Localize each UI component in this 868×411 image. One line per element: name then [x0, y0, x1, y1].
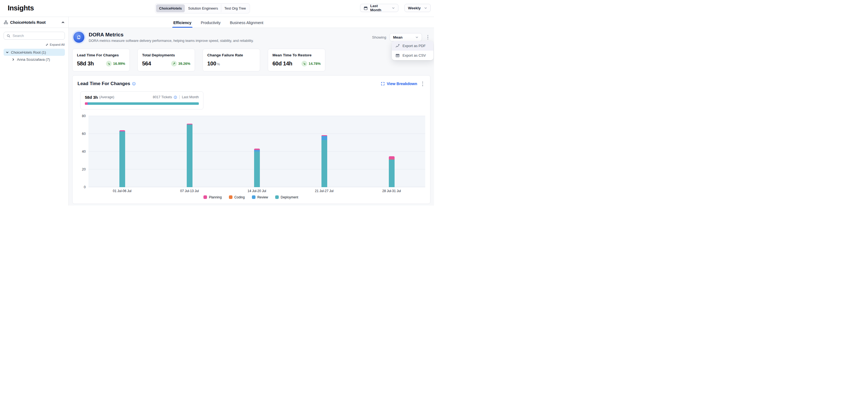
section-title: Lead Time For Changes: [78, 81, 136, 87]
granularity-select[interactable]: Weekly: [404, 4, 431, 12]
lead-time-section: Lead Time For Changes: [72, 75, 430, 204]
metric-card-mean-time-to-restore: Mean Time To Restore 60d 14h ↘ 14.78%: [268, 49, 325, 71]
dora-title: DORA Metrics: [89, 32, 254, 38]
x-axis-labels: 01 Jul-06 Jul07 Jul-13 Jul14 Jul-20 Jul2…: [88, 187, 425, 193]
trend-up-icon: ↗: [171, 61, 177, 67]
dora-description: DORA metrics measure software delivery p…: [89, 39, 254, 43]
expand-diagonal-icon: [45, 43, 49, 46]
info-icon[interactable]: [174, 96, 177, 99]
dora-titles: DORA Metrics DORA metrics measure softwa…: [89, 32, 254, 43]
plot-area: [88, 116, 425, 187]
chevron-down-icon: [392, 7, 395, 9]
bar-segment-deployment: [254, 151, 260, 187]
lead-time-chart: 020406080: [76, 116, 425, 187]
tab-business-alignment[interactable]: Business Alignment: [230, 21, 264, 28]
metric-value: 60d 14h: [273, 61, 292, 67]
chart-line-icon: [395, 44, 400, 48]
metric-unit: %: [217, 62, 220, 66]
summary-period: Last Month: [182, 95, 199, 99]
main-area: Efficiency Productivity Business Alignme…: [69, 17, 434, 205]
trend-badge: ↗ 39.26%: [171, 61, 190, 67]
summary-qualifier: (Average): [99, 95, 115, 99]
chevron-down-icon: [415, 36, 418, 39]
x-tick-label: 07 Jul-13 Jul: [156, 189, 223, 193]
metric-card-change-failure-rate: Change Failure Rate 100%: [203, 49, 260, 71]
legend-swatch: [229, 195, 232, 199]
expand-all-button[interactable]: Expand All: [0, 43, 68, 46]
org-chart-icon: [4, 20, 8, 24]
table-icon: [395, 54, 400, 58]
stacked-bar[interactable]: [254, 148, 260, 187]
chevron-down-icon: [424, 7, 427, 9]
export-csv-menu-item[interactable]: Export as CSV: [392, 50, 433, 60]
export-pdf-menu-item[interactable]: Export as PDF: [392, 41, 433, 50]
x-tick-label: 21 Jul-27 Jul: [290, 189, 358, 193]
topbar-controls: Last Month Weekly: [360, 4, 431, 12]
sidebar-header: ChoiceHotels Root: [0, 17, 68, 28]
tab-productivity[interactable]: Productivity: [201, 21, 220, 28]
tab-efficiency[interactable]: Efficiency: [173, 21, 191, 28]
chart-legend: PlanningCodingReviewDeployment: [76, 195, 425, 199]
bar-segment-deployment: [187, 125, 192, 187]
progress-segment-deployment: [89, 102, 199, 105]
phase-progress-bar: [85, 102, 199, 105]
org-tab-test-org-tree[interactable]: Test Org Tree: [221, 4, 249, 12]
legend-item-review[interactable]: Review: [252, 195, 268, 199]
trend-down-icon: ↘: [106, 61, 112, 67]
section-tabs: Efficiency Productivity Business Alignme…: [69, 17, 434, 28]
dora-kebab-menu-button[interactable]: [425, 33, 431, 41]
divider: [179, 95, 180, 99]
stacked-bar[interactable]: [389, 156, 395, 187]
expand-corners-icon: [381, 82, 385, 85]
search-icon: [7, 34, 10, 38]
org-tab-choicehotels[interactable]: ChoiceHotels: [156, 4, 185, 12]
trend-badge: ↘ 14.78%: [302, 61, 321, 67]
search-input[interactable]: [12, 34, 62, 38]
period-select[interactable]: Last Month: [360, 4, 398, 12]
stacked-bar[interactable]: [187, 124, 192, 187]
org-switcher: ChoiceHotels Solution Engineers Test Org…: [155, 3, 250, 13]
calendar-icon: [364, 6, 368, 10]
x-tick-label: 28 Jul-31 Jul: [358, 189, 425, 193]
view-breakdown-button[interactable]: View Breakdown: [381, 81, 417, 86]
progress-segment-planning: [85, 102, 88, 105]
dora-cycle-icon: [73, 32, 84, 43]
bar-segment-review: [321, 136, 327, 140]
tickets-count: 8017 Tickets: [153, 95, 172, 99]
org-tree-sidebar: ChoiceHotels Root Expand All: [0, 17, 69, 205]
x-tick-label: 01 Jul-06 Jul: [88, 189, 156, 193]
bar-segment-deployment: [119, 132, 125, 187]
export-menu: Export as PDF Export as CSV: [392, 41, 433, 60]
dora-header: DORA Metrics DORA metrics measure softwa…: [72, 31, 430, 43]
trend-badge: ↘ 16.99%: [106, 61, 125, 67]
tree-item-root[interactable]: ChoiceHotels Root (1): [4, 49, 65, 56]
metric-cards: Lead Time For Changes 58d 3h ↘ 16.99% To…: [72, 49, 430, 71]
stacked-bar[interactable]: [119, 130, 125, 187]
legend-item-coding[interactable]: Coding: [229, 195, 245, 199]
legend-item-planning[interactable]: Planning: [204, 195, 222, 199]
info-icon[interactable]: [132, 82, 136, 85]
bar-segment-deployment: [321, 140, 327, 187]
metric-value: 564: [142, 61, 151, 67]
efficiency-content: DORA Metrics DORA metrics measure softwa…: [69, 28, 434, 205]
org-tab-solution-engineers[interactable]: Solution Engineers: [185, 4, 221, 12]
metric-value: 100%: [207, 61, 220, 67]
legend-item-deployment[interactable]: Deployment: [275, 195, 298, 199]
legend-swatch: [204, 195, 207, 199]
section-kebab-menu-button[interactable]: [420, 80, 426, 88]
summary-value: 58d 3h: [85, 95, 98, 100]
dora-controls: Showing Mean: [372, 33, 430, 41]
sidebar-title: ChoiceHotels Root: [10, 20, 46, 25]
metric-value: 58d 3h: [77, 61, 94, 67]
showing-label: Showing: [372, 35, 386, 39]
legend-swatch: [275, 195, 279, 199]
aggregation-select[interactable]: Mean: [390, 33, 422, 41]
tree-item-anna-scozzafava[interactable]: Anna Scozzafava (7): [9, 56, 65, 63]
tree-search: [4, 32, 65, 40]
page-title: Insights: [8, 4, 34, 12]
top-bar: Insights ChoiceHotels Solution Engineers…: [0, 0, 434, 17]
stacked-bar[interactable]: [321, 135, 327, 187]
trend-down-icon: ↘: [302, 61, 307, 67]
collapse-sidebar-button[interactable]: [61, 21, 65, 24]
x-tick-label: 14 Jul-20 Jul: [223, 189, 290, 193]
